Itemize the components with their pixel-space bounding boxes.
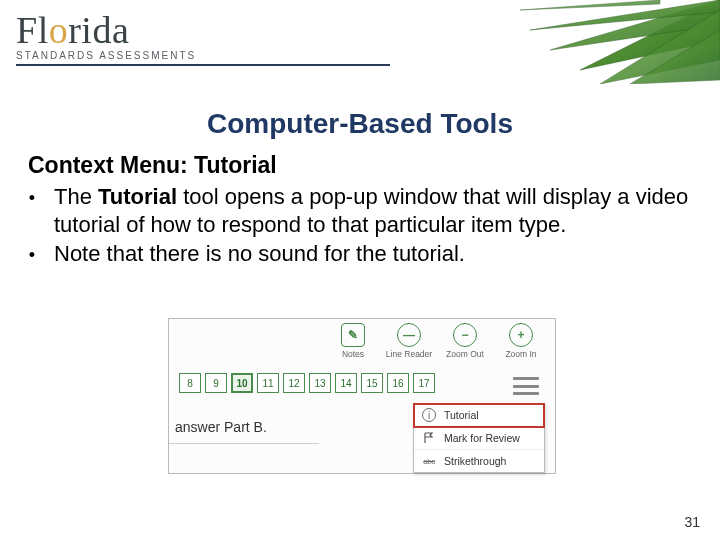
context-menu-mark-for-review[interactable]: Mark for Review: [414, 427, 544, 450]
hamburger-icon[interactable]: [513, 377, 539, 395]
question-tab[interactable]: 8: [179, 373, 201, 393]
tool-label: Notes: [327, 349, 379, 359]
question-tab[interactable]: 17: [413, 373, 435, 393]
context-menu-tutorial[interactable]: iTutorial: [414, 404, 544, 427]
bullet-item: •The Tutorial tool opens a pop-up window…: [28, 183, 692, 238]
context-menu-strikethrough[interactable]: abcStrikethrough: [414, 450, 544, 472]
bullet-dot: •: [28, 240, 36, 268]
context-menu-label: Mark for Review: [444, 432, 520, 444]
header: Florida Standards Assessments: [0, 0, 720, 86]
page-title: Computer-Based Tools: [0, 108, 720, 140]
context-menu: iTutorialMark for ReviewabcStrikethrough: [413, 403, 545, 473]
question-tab[interactable]: 12: [283, 373, 305, 393]
tool-line-reader[interactable]: —Line Reader: [383, 323, 435, 359]
logo-accent: o: [49, 9, 69, 51]
tool-zoom-in[interactable]: +Zoom In: [495, 323, 547, 359]
bullet-text: Note that there is no sound for the tuto…: [54, 240, 692, 268]
prompt-fragment: answer Part B.: [169, 419, 319, 444]
bullet-text: The Tutorial tool opens a pop-up window …: [54, 183, 692, 238]
strikethrough-icon: abc: [422, 454, 436, 468]
bullet-item: •Note that there is no sound for the tut…: [28, 240, 692, 268]
bullet-dot: •: [28, 183, 36, 238]
context-menu-label: Tutorial: [444, 409, 479, 421]
question-tab[interactable]: 10: [231, 373, 253, 393]
subheading: Context Menu: Tutorial: [28, 152, 692, 179]
zoom-in-icon: +: [509, 323, 533, 347]
question-tab[interactable]: 13: [309, 373, 331, 393]
zoom-out-icon: −: [453, 323, 477, 347]
question-tab[interactable]: 14: [335, 373, 357, 393]
question-tab[interactable]: 16: [387, 373, 409, 393]
tool-label: Zoom Out: [439, 349, 491, 359]
tool-notes[interactable]: ✎Notes: [327, 323, 379, 359]
logo-text-post: rida: [68, 9, 129, 51]
toolbar: ✎Notes—Line Reader−Zoom Out+Zoom In: [327, 323, 547, 359]
question-tab[interactable]: 9: [205, 373, 227, 393]
flag-icon: [422, 431, 436, 445]
body-text: Context Menu: Tutorial •The Tutorial too…: [0, 140, 720, 268]
page-number: 31: [684, 514, 700, 530]
logo: Florida Standards Assessments: [16, 8, 196, 61]
question-nav: 891011121314151617: [179, 373, 435, 393]
logo-subtitle: Standards Assessments: [16, 50, 196, 61]
screenshot-inset: ✎Notes—Line Reader−Zoom Out+Zoom In 8910…: [168, 318, 556, 474]
header-rule: [16, 64, 390, 66]
logo-text-pre: Fl: [16, 9, 49, 51]
question-tab[interactable]: 11: [257, 373, 279, 393]
tool-label: Zoom In: [495, 349, 547, 359]
question-tab[interactable]: 15: [361, 373, 383, 393]
tool-label: Line Reader: [383, 349, 435, 359]
context-menu-label: Strikethrough: [444, 455, 506, 467]
info-icon: i: [422, 408, 436, 422]
notes-icon: ✎: [341, 323, 365, 347]
palm-graphic: [460, 0, 720, 84]
tool-zoom-out[interactable]: −Zoom Out: [439, 323, 491, 359]
line-reader-icon: —: [397, 323, 421, 347]
